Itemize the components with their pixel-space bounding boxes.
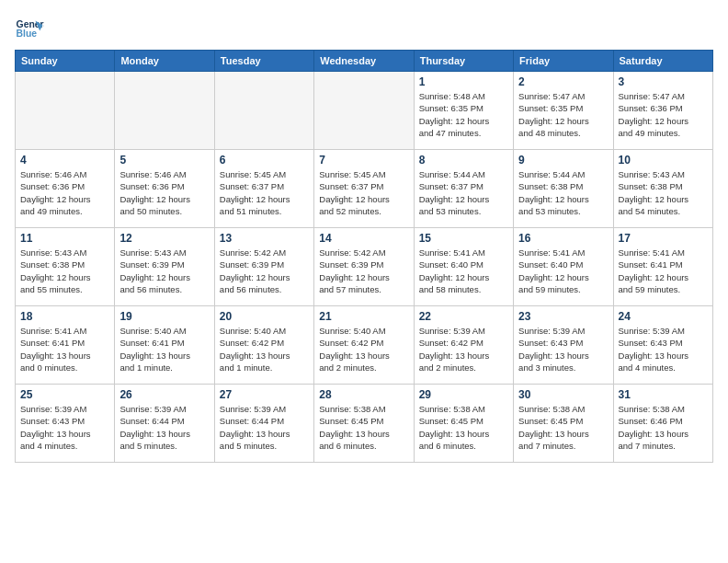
day-number: 13 xyxy=(220,232,309,245)
day-info: Sunrise: 5:40 AMSunset: 6:42 PMDaylight:… xyxy=(220,325,309,373)
empty-cell xyxy=(214,72,313,150)
week-row-2: 4Sunrise: 5:46 AMSunset: 6:36 PMDaylight… xyxy=(16,150,713,228)
day-number: 3 xyxy=(619,75,708,88)
day-info: Sunrise: 5:40 AMSunset: 6:41 PMDaylight:… xyxy=(119,325,209,373)
empty-cell xyxy=(16,72,115,150)
day-info: Sunrise: 5:48 AMSunset: 6:35 PMDaylight:… xyxy=(419,90,508,139)
day-number: 10 xyxy=(619,154,708,167)
logo-icon: General Blue xyxy=(15,15,44,44)
day-cell-26: 26Sunrise: 5:39 AMSunset: 6:44 PMDayligh… xyxy=(115,385,214,463)
day-number: 1 xyxy=(419,75,508,88)
day-number: 18 xyxy=(20,310,109,323)
day-cell-6: 6Sunrise: 5:45 AMSunset: 6:37 PMDaylight… xyxy=(214,150,313,228)
empty-cell xyxy=(314,72,414,150)
day-info: Sunrise: 5:41 AMSunset: 6:41 PMDaylight:… xyxy=(619,247,708,295)
col-header-monday: Monday xyxy=(115,51,214,72)
day-cell-10: 10Sunrise: 5:43 AMSunset: 6:38 PMDayligh… xyxy=(613,150,712,228)
day-cell-25: 25Sunrise: 5:39 AMSunset: 6:43 PMDayligh… xyxy=(16,385,115,463)
day-cell-14: 14Sunrise: 5:42 AMSunset: 6:39 PMDayligh… xyxy=(314,228,414,306)
day-number: 27 xyxy=(220,388,309,401)
day-cell-31: 31Sunrise: 5:38 AMSunset: 6:46 PMDayligh… xyxy=(613,385,712,463)
day-number: 17 xyxy=(619,232,708,245)
day-info: Sunrise: 5:41 AMSunset: 6:40 PMDaylight:… xyxy=(518,247,608,295)
calendar-table: SundayMondayTuesdayWednesdayThursdayFrid… xyxy=(15,50,713,463)
day-info: Sunrise: 5:44 AMSunset: 6:37 PMDaylight:… xyxy=(419,168,508,217)
week-row-3: 11Sunrise: 5:43 AMSunset: 6:38 PMDayligh… xyxy=(16,228,713,306)
day-number: 22 xyxy=(419,310,508,323)
day-number: 8 xyxy=(419,154,508,167)
day-number: 24 xyxy=(619,310,708,323)
day-info: Sunrise: 5:47 AMSunset: 6:35 PMDaylight:… xyxy=(518,90,608,139)
week-row-4: 18Sunrise: 5:41 AMSunset: 6:41 PMDayligh… xyxy=(16,306,713,385)
col-header-friday: Friday xyxy=(514,51,613,72)
day-cell-29: 29Sunrise: 5:38 AMSunset: 6:45 PMDayligh… xyxy=(414,385,513,463)
day-info: Sunrise: 5:40 AMSunset: 6:42 PMDaylight:… xyxy=(319,325,408,373)
calendar-body: 1Sunrise: 5:48 AMSunset: 6:35 PMDaylight… xyxy=(16,72,713,463)
day-cell-13: 13Sunrise: 5:42 AMSunset: 6:39 PMDayligh… xyxy=(214,228,313,306)
day-number: 25 xyxy=(20,388,109,401)
day-cell-24: 24Sunrise: 5:39 AMSunset: 6:43 PMDayligh… xyxy=(613,306,712,385)
day-number: 20 xyxy=(220,310,309,323)
day-number: 14 xyxy=(319,232,408,245)
day-info: Sunrise: 5:47 AMSunset: 6:36 PMDaylight:… xyxy=(619,90,708,139)
day-number: 29 xyxy=(419,388,508,401)
day-number: 11 xyxy=(20,232,109,245)
day-number: 30 xyxy=(518,388,608,401)
day-info: Sunrise: 5:39 AMSunset: 6:43 PMDaylight:… xyxy=(619,325,708,373)
day-info: Sunrise: 5:41 AMSunset: 6:40 PMDaylight:… xyxy=(419,247,508,295)
day-cell-5: 5Sunrise: 5:46 AMSunset: 6:36 PMDaylight… xyxy=(115,150,214,228)
day-number: 23 xyxy=(518,310,608,323)
day-info: Sunrise: 5:38 AMSunset: 6:45 PMDaylight:… xyxy=(319,403,408,452)
day-cell-23: 23Sunrise: 5:39 AMSunset: 6:43 PMDayligh… xyxy=(514,306,613,385)
day-cell-19: 19Sunrise: 5:40 AMSunset: 6:41 PMDayligh… xyxy=(115,306,214,385)
day-cell-20: 20Sunrise: 5:40 AMSunset: 6:42 PMDayligh… xyxy=(214,306,313,385)
day-info: Sunrise: 5:38 AMSunset: 6:45 PMDaylight:… xyxy=(518,403,608,452)
day-cell-27: 27Sunrise: 5:39 AMSunset: 6:44 PMDayligh… xyxy=(214,385,313,463)
day-info: Sunrise: 5:38 AMSunset: 6:45 PMDaylight:… xyxy=(419,403,508,452)
day-cell-1: 1Sunrise: 5:48 AMSunset: 6:35 PMDaylight… xyxy=(414,72,513,150)
day-number: 16 xyxy=(518,232,608,245)
day-cell-21: 21Sunrise: 5:40 AMSunset: 6:42 PMDayligh… xyxy=(314,306,414,385)
col-header-saturday: Saturday xyxy=(613,51,712,72)
day-info: Sunrise: 5:39 AMSunset: 6:44 PMDaylight:… xyxy=(220,403,309,452)
day-info: Sunrise: 5:43 AMSunset: 6:38 PMDaylight:… xyxy=(20,247,109,295)
day-info: Sunrise: 5:45 AMSunset: 6:37 PMDaylight:… xyxy=(319,168,408,217)
day-cell-17: 17Sunrise: 5:41 AMSunset: 6:41 PMDayligh… xyxy=(613,228,712,306)
day-info: Sunrise: 5:39 AMSunset: 6:43 PMDaylight:… xyxy=(20,403,109,452)
day-number: 5 xyxy=(119,154,209,167)
day-number: 26 xyxy=(119,388,209,401)
logo: General Blue xyxy=(15,15,44,44)
day-number: 9 xyxy=(518,154,608,167)
week-row-5: 25Sunrise: 5:39 AMSunset: 6:43 PMDayligh… xyxy=(16,385,713,463)
page-header: General Blue xyxy=(15,15,713,44)
day-cell-3: 3Sunrise: 5:47 AMSunset: 6:36 PMDaylight… xyxy=(613,72,712,150)
day-cell-16: 16Sunrise: 5:41 AMSunset: 6:40 PMDayligh… xyxy=(514,228,613,306)
day-number: 4 xyxy=(20,154,109,167)
day-number: 12 xyxy=(119,232,209,245)
day-cell-12: 12Sunrise: 5:43 AMSunset: 6:39 PMDayligh… xyxy=(115,228,214,306)
header-row: SundayMondayTuesdayWednesdayThursdayFrid… xyxy=(16,51,713,72)
day-info: Sunrise: 5:39 AMSunset: 6:42 PMDaylight:… xyxy=(419,325,508,373)
day-info: Sunrise: 5:42 AMSunset: 6:39 PMDaylight:… xyxy=(220,247,309,295)
day-cell-2: 2Sunrise: 5:47 AMSunset: 6:35 PMDaylight… xyxy=(514,72,613,150)
day-number: 2 xyxy=(518,75,608,88)
col-header-thursday: Thursday xyxy=(414,51,513,72)
day-number: 7 xyxy=(319,154,408,167)
day-cell-18: 18Sunrise: 5:41 AMSunset: 6:41 PMDayligh… xyxy=(16,306,115,385)
day-cell-9: 9Sunrise: 5:44 AMSunset: 6:38 PMDaylight… xyxy=(514,150,613,228)
week-row-1: 1Sunrise: 5:48 AMSunset: 6:35 PMDaylight… xyxy=(16,72,713,150)
day-number: 6 xyxy=(220,154,309,167)
day-number: 31 xyxy=(619,388,708,401)
svg-text:Blue: Blue xyxy=(17,29,38,39)
day-cell-7: 7Sunrise: 5:45 AMSunset: 6:37 PMDaylight… xyxy=(314,150,414,228)
day-info: Sunrise: 5:38 AMSunset: 6:46 PMDaylight:… xyxy=(619,403,708,452)
day-number: 21 xyxy=(319,310,408,323)
day-info: Sunrise: 5:46 AMSunset: 6:36 PMDaylight:… xyxy=(20,168,109,217)
day-info: Sunrise: 5:43 AMSunset: 6:39 PMDaylight:… xyxy=(119,247,209,295)
day-cell-22: 22Sunrise: 5:39 AMSunset: 6:42 PMDayligh… xyxy=(414,306,513,385)
day-info: Sunrise: 5:39 AMSunset: 6:44 PMDaylight:… xyxy=(119,403,209,452)
col-header-tuesday: Tuesday xyxy=(214,51,313,72)
day-cell-28: 28Sunrise: 5:38 AMSunset: 6:45 PMDayligh… xyxy=(314,385,414,463)
day-info: Sunrise: 5:44 AMSunset: 6:38 PMDaylight:… xyxy=(518,168,608,217)
day-number: 28 xyxy=(319,388,408,401)
